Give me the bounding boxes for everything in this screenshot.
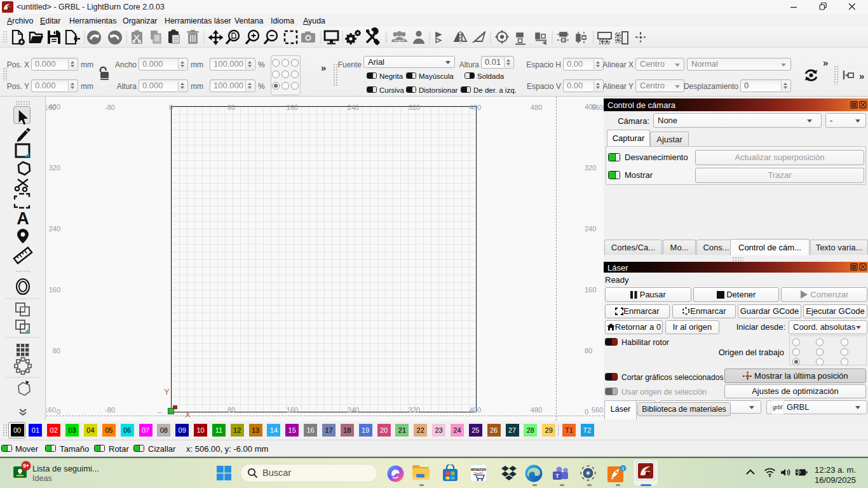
svg-text:i: i [622,466,623,471]
svg-text:9+: 9+ [23,463,29,469]
svg-text:A: A [17,209,29,228]
svg-text:T: T [555,473,559,479]
svg-text:amazon: amazon [471,467,486,471]
